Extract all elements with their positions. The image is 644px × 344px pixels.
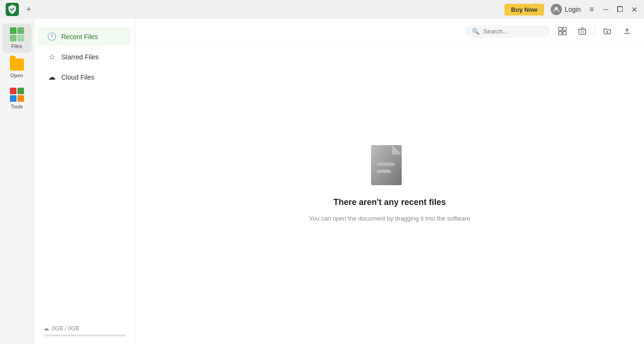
open-icon (10, 58, 24, 71)
buy-now-button[interactable]: Buy Now (504, 4, 544, 16)
sidebar-item-tools[interactable]: Tools (2, 84, 32, 113)
delete-icon (578, 27, 586, 35)
files-label: Files (11, 43, 22, 49)
login-area[interactable]: Login (551, 4, 581, 15)
open-label: Open (10, 73, 23, 78)
storage-amount: 0GB / 0GB (52, 325, 79, 332)
sidebar-item-open[interactable]: Open (2, 55, 32, 82)
window-controls: ≡ ─ ⧠ ✕ (587, 5, 638, 14)
search-input[interactable] (483, 28, 540, 35)
svg-rect-11 (377, 170, 391, 173)
title-bar: + Buy Now Login ≡ ─ ⧠ ✕ (0, 0, 644, 19)
sidebar-item-files[interactable]: Files (2, 24, 32, 53)
delete-button[interactable] (575, 24, 590, 39)
menu-button[interactable]: ≡ (587, 5, 596, 14)
empty-subtitle: You can open the document by dragging it… (309, 215, 470, 222)
close-button[interactable]: ✕ (630, 5, 638, 14)
minimize-button[interactable]: ─ (602, 5, 610, 14)
empty-state: There aren't any recent files You can op… (135, 44, 644, 344)
svg-rect-6 (579, 29, 586, 34)
avatar (551, 4, 562, 15)
nav-recent-label: Recent Files (61, 33, 98, 41)
title-bar-right: Buy Now Login ≡ ─ ⧠ ✕ (504, 4, 638, 16)
new-tab-button[interactable]: + (24, 4, 34, 15)
star-icon: ☆ (47, 52, 57, 61)
storage-bar (43, 335, 125, 336)
app-logo (6, 3, 19, 16)
nav-starred-label: Starred Files (61, 53, 99, 61)
new-folder-button[interactable] (600, 24, 615, 39)
maximize-button[interactable]: ⧠ (616, 5, 624, 14)
tools-icon (10, 88, 24, 102)
upload-icon (623, 27, 631, 35)
svg-rect-3 (563, 27, 566, 31)
nav-item-recent[interactable]: 🕐 Recent Files (38, 27, 131, 46)
files-icon (10, 27, 24, 41)
svg-rect-2 (559, 27, 562, 31)
nav-sidebar: 🕐 Recent Files ☆ Starred Files ☁ Cloud F… (34, 19, 135, 344)
content-toolbar: 🔍 (135, 19, 644, 44)
empty-document-illustration (366, 138, 413, 190)
empty-title: There aren't any recent files (333, 197, 446, 207)
storage-text: ☁ 0GB / 0GB (43, 325, 125, 332)
svg-rect-4 (559, 32, 562, 35)
new-folder-icon (603, 27, 611, 35)
nav-item-starred[interactable]: ☆ Starred Files (38, 48, 131, 66)
title-bar-left: + (6, 3, 34, 16)
tools-label: Tools (11, 104, 23, 109)
grid-view-icon (558, 27, 567, 35)
storage-info: ☁ 0GB / 0GB (34, 319, 135, 344)
nav-cloud-label: Cloud Files (61, 74, 94, 81)
main-layout: Files Open Tools 🕐 Recent Files ☆ Starre… (0, 19, 644, 344)
nav-item-cloud[interactable]: ☁ Cloud Files (38, 68, 131, 86)
toolbar-divider (594, 26, 595, 36)
search-box[interactable]: 🔍 (465, 25, 550, 38)
content-area: 🔍 (135, 19, 644, 344)
login-label: Login (565, 6, 581, 13)
search-icon: 🔍 (472, 28, 479, 35)
upload-button[interactable] (619, 24, 635, 39)
cloud-storage-icon: ☁ (43, 325, 49, 332)
icon-sidebar: Files Open Tools (0, 19, 34, 344)
svg-rect-5 (563, 32, 566, 35)
cloud-nav-icon: ☁ (47, 73, 57, 82)
svg-rect-10 (377, 163, 395, 166)
clock-icon: 🕐 (47, 32, 57, 41)
grid-view-button[interactable] (555, 24, 570, 39)
